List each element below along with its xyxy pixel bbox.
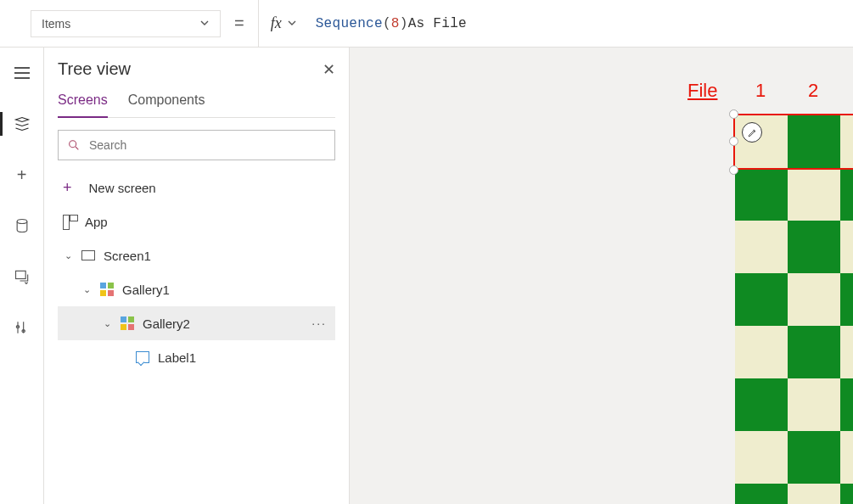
settings-icon[interactable]: [0, 312, 44, 343]
annotation-num: 2: [808, 80, 818, 102]
board-square: [735, 221, 788, 273]
formula-token-close: ): [400, 16, 408, 31]
tree-item-app[interactable]: App: [58, 204, 335, 238]
pencil-icon: [747, 127, 758, 138]
svg-point-0: [17, 220, 27, 224]
board-square: [735, 431, 788, 484]
tree-label: Screen1: [104, 249, 327, 263]
data-icon[interactable]: [0, 210, 44, 241]
chevron-down-icon[interactable]: ⌄: [81, 284, 92, 295]
new-screen-label: New screen: [89, 181, 327, 195]
property-dropdown-label: Items: [42, 17, 70, 31]
formula-token-rest: As File: [408, 16, 467, 31]
formula-input[interactable]: Sequence(8) As File: [306, 0, 853, 48]
fx-label: fx: [271, 14, 282, 32]
app-root: Items = fx Sequence(8) As File +: [0, 0, 853, 504]
board-square: [788, 115, 840, 168]
tree-label: App: [85, 215, 327, 229]
tree-item-label1[interactable]: Label1: [58, 340, 335, 374]
app-icon: [63, 215, 76, 228]
gallery-icon: [100, 283, 114, 296]
media-icon[interactable]: [0, 261, 44, 292]
more-icon[interactable]: ···: [311, 316, 327, 330]
chevron-down-icon: [199, 17, 210, 31]
svg-rect-1: [15, 271, 25, 278]
search-input[interactable]: [58, 130, 335, 160]
board-square: [788, 378, 840, 431]
chevron-down-icon[interactable]: ⌄: [102, 318, 112, 329]
panel-title: Tree view: [58, 59, 131, 79]
board-square: [840, 484, 853, 504]
tree-item-screen1[interactable]: ⌄ Screen1: [58, 238, 335, 272]
chevron-down-icon[interactable]: ⌄: [63, 250, 73, 261]
plus-icon: +: [63, 179, 72, 197]
tab-screens[interactable]: Screens: [58, 92, 108, 118]
board-square: [840, 378, 853, 431]
annotation-file: File: [687, 80, 717, 102]
board-square: [735, 326, 788, 378]
tree: + New screen App ⌄ Screen1 ⌄ Gallery1: [58, 171, 335, 374]
insert-icon[interactable]: +: [0, 160, 44, 190]
board-square: [788, 431, 840, 484]
chessboard: [735, 115, 853, 504]
svg-point-2: [70, 141, 76, 148]
panel-tabs: Screens Components: [58, 92, 335, 118]
board-square: [840, 168, 853, 221]
board-square: [735, 168, 788, 221]
resize-handle-w[interactable]: [729, 137, 738, 146]
tree-view-icon[interactable]: [0, 109, 44, 139]
board-square: [840, 326, 853, 378]
edit-template-button[interactable]: [742, 122, 762, 143]
formula-token-open: (: [383, 16, 391, 31]
board-square: [788, 221, 840, 273]
formula-token-fn: Sequence: [316, 16, 383, 31]
property-dropdown[interactable]: Items: [31, 10, 221, 37]
board-square: [788, 326, 840, 378]
board-square: [840, 431, 853, 484]
board-square: [735, 378, 788, 431]
board-square: [788, 273, 840, 326]
screen-icon: [81, 249, 95, 262]
label-icon: [136, 350, 149, 364]
search-icon: [67, 138, 81, 152]
close-icon[interactable]: ✕: [323, 60, 335, 79]
hamburger-icon[interactable]: [0, 58, 44, 88]
chevron-down-icon[interactable]: [287, 17, 297, 31]
tree-label: Gallery1: [122, 283, 327, 297]
board-square: [735, 115, 788, 168]
resize-handle-sw[interactable]: [729, 165, 738, 175]
board-square: [788, 484, 840, 504]
canvas[interactable]: File 1 2 3 4 5 6 7 8: [350, 48, 853, 504]
tab-components[interactable]: Components: [128, 92, 205, 117]
tree-item-gallery2[interactable]: ⌄ Gallery2 ···: [58, 306, 335, 340]
board-square: [840, 273, 853, 326]
formula-bar: Items = fx Sequence(8) As File: [0, 0, 853, 48]
board-square: [735, 273, 788, 326]
fx-box: fx: [258, 0, 297, 48]
body: + Tree view ✕ Screens Components: [0, 48, 853, 504]
board-square: [788, 168, 840, 221]
board-square: [840, 115, 853, 168]
left-rail: +: [0, 48, 44, 504]
board-square: [735, 484, 788, 504]
equals-sign: =: [229, 14, 250, 33]
tree-label: Gallery2: [143, 316, 303, 331]
new-screen-button[interactable]: + New screen: [58, 171, 335, 204]
tree-item-gallery1[interactable]: ⌄ Gallery1: [58, 272, 335, 306]
annotation-num: 1: [755, 80, 766, 102]
tree-panel: Tree view ✕ Screens Components + New scr…: [44, 48, 350, 504]
formula-token-num: 8: [391, 16, 400, 31]
gallery-icon: [121, 316, 134, 330]
board-square: [840, 221, 853, 273]
resize-handle-nw[interactable]: [729, 109, 738, 119]
search-field[interactable]: [87, 137, 326, 153]
tree-label: Label1: [158, 350, 327, 365]
